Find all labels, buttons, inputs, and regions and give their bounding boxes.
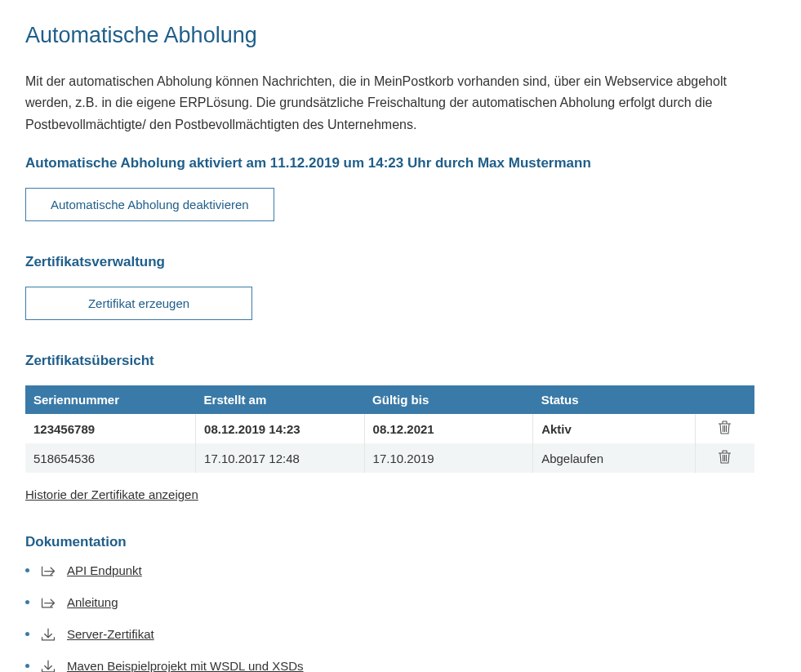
table-row: 12345678908.12.2019 14:2308.12.2021Aktiv [25, 414, 754, 443]
bullet-icon [25, 600, 29, 604]
create-certificate-button[interactable]: Zertifikat erzeugen [25, 287, 252, 320]
external-link-icon [41, 564, 56, 577]
doc-link[interactable]: Maven Beispielprojekt mit WSDL und XSDs [67, 659, 304, 672]
bullet-icon [25, 664, 29, 668]
cell-valid: 08.12.2021 [364, 414, 533, 443]
trash-icon[interactable] [719, 421, 731, 434]
list-item: Maven Beispielprojekt mit WSDL und XSDs [25, 659, 776, 672]
activation-heading: Automatische Abholung aktiviert am 11.12… [25, 155, 776, 171]
cert-management-heading: Zertifikatsverwaltung [25, 254, 776, 270]
cell-serial: 518654536 [25, 443, 196, 473]
bullet-icon [25, 632, 29, 636]
cell-valid: 17.10.2019 [364, 443, 533, 473]
col-serial: Seriennummer [25, 385, 196, 414]
documentation-list: API EndpunktAnleitungServer-ZertifikatMa… [25, 563, 776, 672]
cell-serial: 123456789 [25, 414, 196, 443]
col-created: Erstellt am [196, 385, 365, 414]
list-item: API Endpunkt [25, 563, 776, 577]
list-item: Server-Zertifikat [25, 627, 776, 641]
doc-link[interactable]: Anleitung [67, 595, 118, 609]
page-title: Automatische Abholung [25, 23, 776, 48]
col-actions [695, 385, 754, 414]
certificate-table: Seriennummer Erstellt am Gültig bis Stat… [25, 385, 754, 473]
cert-overview-heading: Zertifikatsübersicht [25, 353, 776, 369]
history-link[interactable]: Historie der Zertifikate anzeigen [25, 487, 198, 501]
table-row: 51865453617.10.2017 12:4817.10.2019Abgel… [25, 443, 754, 473]
cell-created: 08.12.2019 14:23 [196, 414, 365, 443]
doc-link[interactable]: Server-Zertifikat [67, 627, 154, 641]
trash-icon[interactable] [719, 450, 731, 464]
list-item: Anleitung [25, 595, 776, 609]
external-link-icon [41, 596, 56, 609]
col-status: Status [533, 385, 695, 414]
deactivate-button[interactable]: Automatische Abholung deaktivieren [25, 188, 274, 221]
cell-status: Abgelaufen [533, 443, 695, 473]
col-valid: Gültig bis [364, 385, 533, 414]
intro-text: Mit der automatischen Abholung können Na… [25, 71, 760, 136]
download-icon [41, 660, 56, 672]
doc-link[interactable]: API Endpunkt [67, 563, 142, 577]
bullet-icon [25, 568, 29, 572]
cell-status: Aktiv [533, 414, 695, 443]
cell-actions [695, 414, 754, 443]
cell-created: 17.10.2017 12:48 [196, 443, 365, 473]
download-icon [41, 628, 56, 641]
cell-actions [695, 443, 754, 473]
documentation-heading: Dokumentation [25, 534, 776, 550]
